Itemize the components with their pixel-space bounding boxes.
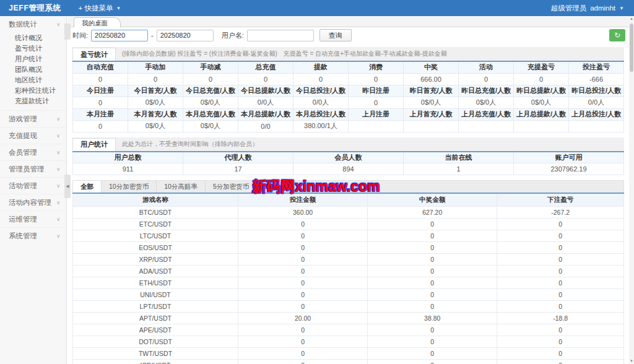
game-value-cell: 0	[238, 230, 368, 241]
game-value-cell: 0	[238, 218, 368, 230]
stat-value-cell: 0	[293, 73, 349, 85]
game-tab[interactable]: 全部	[73, 181, 102, 193]
sidebar-item[interactable]: 地区统计	[0, 75, 66, 85]
game-header-cell: 下注盈亏	[497, 193, 624, 206]
stat-header-cell: 上月注册	[349, 108, 404, 120]
stat-value-cell: 0	[514, 73, 569, 85]
stat-header-cell: 昨日首充/人数	[404, 85, 459, 97]
stat-header-cell: 今日总充值/人数	[183, 85, 238, 97]
profit-panel-note: (排除内部会员数据) 投注盈亏 = (投注消费金额-返奖金额) 充提盈亏 = 自…	[122, 47, 447, 61]
game-value-cell: 0	[497, 359, 624, 364]
game-value-cell: 38.80	[368, 312, 497, 324]
table-row: BTC/USDT360.00627.20-267.2	[73, 206, 624, 218]
game-value-cell: 0	[238, 359, 368, 364]
sidebar-group-label: 系统管理	[9, 232, 37, 241]
sidebar-item[interactable]: 盈亏统计	[0, 43, 66, 54]
sidebar-group-8[interactable]: 运维管理∨	[0, 210, 66, 227]
game-value-cell: 0	[368, 253, 497, 265]
table-row: 00$/0人0$/0人0/0380.00/1人	[73, 120, 624, 132]
query-button[interactable]: 查询	[319, 29, 352, 41]
game-value-cell: 0	[238, 288, 368, 300]
table-row: 9111789412307962.19	[73, 163, 624, 175]
date-from-input[interactable]	[91, 30, 148, 41]
sidebar-group-2[interactable]: 游戏管理∨	[0, 110, 66, 127]
stat-header-cell: 上月总投注/人数	[569, 108, 624, 120]
sidebar-group-9[interactable]: 系统管理∨	[0, 227, 66, 244]
stat-header-cell: 今日总提款/人数	[238, 85, 293, 97]
panel-collapse-handle[interactable]	[64, 24, 71, 40]
stat-header-cell: 提款	[293, 61, 349, 73]
user-menu[interactable]: 超级管理员 adminht ▼	[551, 4, 634, 13]
sidebar-group-6[interactable]: 活动管理∨	[0, 177, 66, 194]
stat-value-cell: 0	[73, 73, 128, 85]
user-panel-tab[interactable]: 用户统计	[72, 138, 116, 151]
sidebar-group-label: 游戏管理	[9, 115, 37, 124]
chevron-down-icon: ∨	[56, 167, 60, 172]
sidebar-group-3[interactable]: 充值提现∨	[0, 127, 66, 144]
quick-menu-button[interactable]: + 快捷菜单 ▼	[70, 4, 130, 13]
sidebar-item[interactable]: 统计概况	[0, 33, 66, 43]
table-row: ADA/USDT000	[73, 265, 624, 277]
username: adminht	[590, 4, 615, 12]
vertical-scrollbar[interactable]: ▲ ▼	[629, 16, 634, 364]
table-row: LPT/USDT000	[73, 300, 624, 312]
stat-value-cell	[349, 120, 404, 132]
stat-header-cell: 本月总投注/人数	[293, 108, 349, 120]
user-panel-header: 用户统计 此处为总计，不受查询时间影响（排除内部会员）	[72, 137, 624, 151]
sidebar-item[interactable]: 充提款统计	[0, 96, 66, 106]
sidebar-item[interactable]: 团队概况	[0, 64, 66, 75]
sidebar-item[interactable]: 彩种投注统计	[0, 85, 66, 96]
scrollbar-thumb[interactable]	[630, 24, 633, 72]
stat-value-cell: 17	[183, 163, 293, 175]
scroll-down-icon[interactable]: ▼	[629, 358, 634, 364]
stat-value-cell: 0/0人	[238, 97, 293, 108]
table-row: XRP/USDT000	[73, 253, 624, 265]
date-to-input[interactable]	[157, 30, 214, 41]
stat-header-cell: 昨日注册	[349, 85, 404, 97]
stat-value-cell: 0/0人	[293, 97, 349, 108]
sidebar-group-1[interactable]: 数据统计∨	[0, 16, 66, 33]
stat-value-cell: 380.00/1人	[293, 120, 349, 132]
sidebar-item[interactable]: 用户统计	[0, 54, 66, 64]
game-tab[interactable]: 10分高赔率	[157, 181, 206, 193]
stat-value-cell: 894	[293, 163, 404, 175]
table-row: ICP/USDT000	[73, 359, 624, 364]
chevron-down-icon: ∨	[56, 200, 60, 206]
profit-panel-tab[interactable]: 盈亏统计	[72, 48, 116, 61]
chevron-down-icon: ∨	[56, 116, 60, 122]
table-row: UNI/USDT000	[73, 288, 624, 300]
sidebar-collapse-handle[interactable]: ◀	[64, 175, 71, 198]
sidebar-group-5[interactable]: 管理员管理∨	[0, 160, 66, 177]
stat-value-cell	[569, 120, 624, 132]
stat-value-cell	[514, 120, 569, 132]
stat-header-cell: 本月首充/人数	[128, 108, 183, 120]
game-value-cell: 0	[368, 324, 497, 336]
game-value-cell: 0	[238, 265, 368, 277]
tab-my-desktop[interactable]: 我的桌面	[74, 17, 121, 28]
game-tab[interactable]: 5分加密货币	[206, 181, 257, 193]
sidebar-group-7[interactable]: 活动内容管理∨	[0, 194, 66, 210]
stat-header-cell: 代理人数	[183, 152, 293, 163]
scroll-up-icon[interactable]: ▲	[629, 16, 634, 22]
sidebar-group-4[interactable]: 会员管理∨	[0, 144, 66, 160]
stat-header-cell: 活动	[459, 61, 514, 73]
username-input[interactable]	[247, 30, 314, 41]
stat-header-cell: 投注盈亏	[569, 61, 624, 73]
game-header-cell: 游戏名称	[73, 193, 238, 206]
stat-value-cell: 666.00	[404, 73, 459, 85]
stat-header-cell: 总充值	[238, 61, 293, 73]
refresh-button[interactable]: ↻	[609, 29, 625, 41]
game-table: 游戏名称投注金额中奖金额下注盈亏BTC/USDT360.00627.20-267…	[72, 193, 624, 364]
game-value-cell: 0	[497, 300, 624, 312]
topbar: JEFF管理系统 + 快捷菜单 ▼ 超级管理员 adminht ▼	[0, 0, 634, 16]
game-value-cell: 0	[497, 336, 624, 347]
game-tab[interactable]: 10分加密货币	[102, 181, 157, 193]
table-row: 自动充值手动加手动减总充值提款消费中奖活动充提盈亏投注盈亏	[73, 61, 624, 73]
chevron-down-icon: ▼	[116, 6, 121, 11]
sidebar-group-label: 活动内容管理	[9, 198, 51, 207]
stat-header-cell: 中奖	[404, 61, 459, 73]
table-row: 本月注册本月首充/人数本月总充值/人数本月总提款/人数本月总投注/人数上月注册上…	[73, 108, 624, 120]
chevron-down-icon: ∨	[56, 150, 60, 155]
game-value-cell: ICP/USDT	[73, 359, 238, 364]
table-row: TWT/USDT000	[73, 347, 624, 359]
